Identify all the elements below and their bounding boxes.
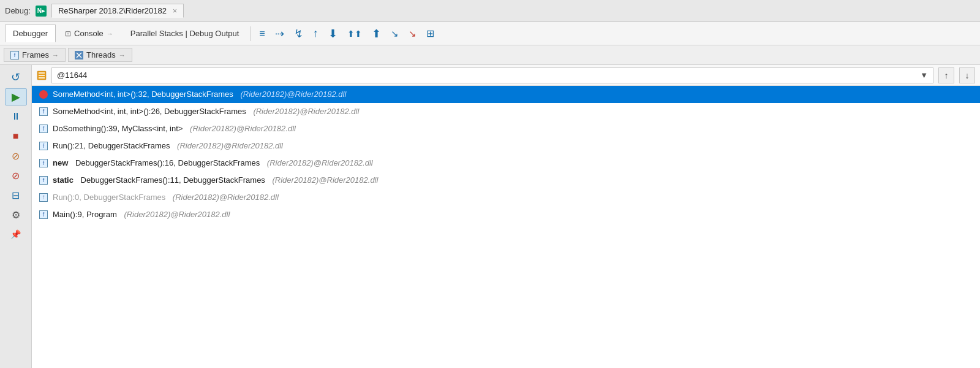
smart-step-out-icon: ⬆⬆ (347, 29, 362, 39)
tab-console[interactable]: ⊡ Console → (57, 25, 121, 42)
toolbar: Debugger ⊡ Console → Parallel Stacks | D… (0, 22, 980, 45)
frame-method: DebuggerStackFrames():16, DebuggerStackF… (75, 158, 262, 167)
step-into-mine-button[interactable]: ⬇ (324, 24, 342, 44)
thread-dropdown-arrow: ▼ (920, 71, 928, 80)
set-next-stmt-icon: ↘ (391, 28, 399, 39)
sidebar: ↺ ▶ ⏸ ■ ⊘ ⊘ ⊟ ⚙ 📌 (0, 65, 32, 368)
stop-button[interactable]: ■ (5, 128, 27, 145)
tab-parallel-label: Parallel Stacks | Debug Output (130, 29, 239, 38)
breakpoint-icon (39, 90, 48, 99)
settings-button[interactable]: ⚙ (5, 206, 27, 223)
frame-item[interactable]: f SomeMethod<int, int, int>():26, Debugg… (32, 103, 980, 120)
threads-tab-icon (75, 51, 83, 59)
step-into-button[interactable]: ↯ (290, 24, 307, 44)
table-view-icon: ⊞ (426, 28, 434, 39)
content-panel: @11644 ▼ ↑ ↓ SomeMethod<int, int>():32, … (32, 65, 980, 368)
frame-module: (Rider20182)@Rider20182.dll (173, 193, 279, 202)
frame-module: (Rider20182)@Rider20182.dll (177, 141, 283, 150)
frame-method: SomeMethod<int, int, int>():26, Debugger… (53, 107, 248, 116)
thread-id-label: @11644 (57, 71, 87, 80)
sub-tab-threads[interactable]: Threads → (68, 48, 132, 62)
tab-debugger-label: Debugger (13, 29, 48, 38)
tab-close-btn[interactable]: × (173, 7, 177, 15)
menu-icon: ≡ (259, 28, 265, 39)
svg-rect-3 (39, 72, 45, 74)
stack-frame-icon: f (39, 107, 48, 116)
mute-breakpoints-button[interactable]: ⊘ (5, 147, 27, 164)
frame-module: (Rider20182)@Rider20182.dll (240, 90, 346, 99)
frames-tab-label: Frames (22, 50, 49, 59)
set-next-stmt-red-button[interactable]: ↘ (404, 25, 421, 42)
console-icon: ⊡ (65, 29, 71, 38)
step-into-mine-icon: ⬇ (328, 27, 337, 40)
tab-parallel[interactable]: Parallel Stacks | Debug Output (123, 25, 247, 42)
thread-dropdown[interactable]: @11644 ▼ (51, 67, 933, 83)
stack-frame-icon: f (39, 142, 48, 150)
smart-step-out-button[interactable]: ⬆⬆ (343, 26, 366, 42)
step-over-icon: ⇢ (275, 27, 284, 40)
frame-item[interactable]: f Main():9, Program (Rider20182)@Rider20… (32, 206, 980, 223)
frame-method: Run():21, DebuggerStackFrames (53, 141, 172, 150)
table-view-button[interactable]: ⊞ (422, 25, 439, 42)
slash-button[interactable]: ⊘ (5, 167, 27, 184)
stack-frame-icon: f (39, 210, 48, 219)
frame-prefix: static (53, 175, 76, 185)
frame-item[interactable]: f new DebuggerStackFrames():16, Debugger… (32, 155, 980, 172)
frames-tab-icon: f (10, 51, 19, 59)
step-over-button[interactable]: ⇢ (271, 24, 288, 44)
frames-tab-arrow: → (52, 52, 59, 59)
step-out-button[interactable]: ↑ (309, 24, 323, 43)
run-to-cursor-icon: ⬆ (372, 27, 381, 40)
debug-label: Debug: (5, 6, 31, 15)
run-to-cursor-button[interactable]: ⬆ (368, 24, 385, 44)
restart-button[interactable]: ↺ (5, 69, 27, 86)
set-next-stmt-red-icon: ↘ (409, 28, 417, 39)
stack-frame-icon: f (39, 176, 48, 185)
threads-tab-arrow: → (119, 52, 126, 59)
frame-module: (Rider20182)@Rider20182.dll (267, 158, 373, 167)
step-out-icon: ↑ (313, 27, 318, 40)
top-bar: Debug: N▸ ReSharper 2018.2\Rider20182 × (0, 0, 980, 22)
stack-frame-icon: f (39, 125, 48, 133)
thread-bar-icon (37, 71, 47, 80)
set-next-stmt-button[interactable]: ↘ (386, 25, 403, 42)
frame-method: DoSomething():39, MyClass<int, int> (53, 124, 185, 133)
step-into-icon: ↯ (294, 27, 303, 40)
thread-nav-up-button[interactable]: ↑ (938, 67, 954, 83)
frame-item[interactable]: SomeMethod<int, int>():32, DebuggerStack… (32, 86, 980, 103)
frame-prefix: new (53, 158, 70, 167)
stack-frame-icon: f (39, 193, 48, 202)
tab-debugger[interactable]: Debugger (5, 25, 56, 42)
frames-view-button[interactable]: ⊟ (5, 186, 27, 204)
frame-module: (Rider20182)@Rider20182.dll (190, 124, 296, 133)
frame-method: DebuggerStackFrames():11, DebuggerStackF… (81, 175, 268, 185)
pin-button[interactable]: 📌 (5, 226, 27, 243)
frame-method: Main():9, Program (53, 210, 119, 219)
threads-tab-label: Threads (86, 50, 116, 59)
nv-logo: N▸ (36, 6, 47, 17)
menu-button[interactable]: ≡ (255, 25, 269, 42)
session-tab-title: ReSharper 2018.2\Rider20182 (58, 6, 167, 15)
frame-module: (Rider20182)@Rider20182.dll (124, 210, 230, 219)
pause-button[interactable]: ⏸ (5, 108, 27, 125)
frame-module: (Rider20182)@Rider20182.dll (253, 107, 359, 116)
session-tab[interactable]: ReSharper 2018.2\Rider20182 × (51, 4, 184, 18)
tab-console-label: Console (74, 29, 104, 38)
stack-frame-icon: f (39, 159, 48, 167)
toolbar-separator-1 (251, 26, 251, 41)
resume-button[interactable]: ▶ (5, 88, 27, 105)
main-area: ↺ ▶ ⏸ ■ ⊘ ⊘ ⊟ ⚙ 📌 @11644 ▼ ↑ (0, 65, 980, 368)
svg-rect-4 (39, 75, 45, 76)
console-arrow: → (107, 30, 113, 37)
frame-item[interactable]: f Run():21, DebuggerStackFrames (Rider20… (32, 137, 980, 155)
sub-tab-frames[interactable]: f Frames → (4, 48, 66, 62)
frame-method: SomeMethod<int, int>():32, DebuggerStack… (53, 90, 235, 99)
frame-module: (Rider20182)@Rider20182.dll (272, 175, 378, 185)
svg-rect-5 (39, 77, 45, 79)
frames-list: SomeMethod<int, int>():32, DebuggerStack… (32, 86, 980, 368)
frame-item[interactable]: f Run():0, DebuggerStackFrames (Rider201… (32, 189, 980, 206)
sub-toolbar: f Frames → Threads → (0, 45, 980, 65)
frame-item[interactable]: f DoSomething():39, MyClass<int, int> (R… (32, 120, 980, 137)
thread-nav-down-button[interactable]: ↓ (959, 67, 975, 83)
frame-item[interactable]: f static DebuggerStackFrames():11, Debug… (32, 172, 980, 189)
